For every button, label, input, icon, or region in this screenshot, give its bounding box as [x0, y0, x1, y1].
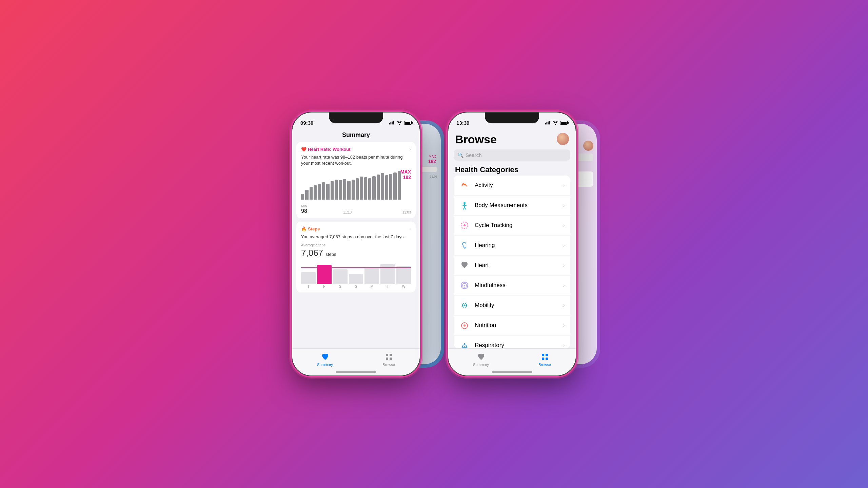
svg-rect-33: [542, 354, 544, 356]
hr-bar: [381, 173, 384, 200]
hr-bars: [301, 169, 411, 200]
chart-footer: MIN 98 11:18 12:03: [301, 204, 411, 214]
heart-cat-svg: [460, 261, 469, 270]
svg-rect-34: [546, 354, 548, 356]
steps-day-label: T: [301, 285, 316, 288]
grid-tab-icon: [385, 353, 393, 361]
heart-rate-card[interactable]: ❤️ Heart Rate: Workout › Your heart rate…: [296, 142, 416, 218]
step-bar: [396, 266, 411, 284]
activity-icon: [459, 180, 470, 191]
mobility-svg: [460, 301, 469, 310]
min-label-area: MIN 98: [301, 204, 307, 214]
category-item-body[interactable]: Body Measurements ›: [454, 196, 570, 216]
category-item-activity[interactable]: Activity ›: [454, 176, 570, 196]
hr-bar: [310, 187, 313, 200]
svg-rect-5: [390, 354, 392, 356]
hr-bar: [356, 178, 359, 200]
left-phone-screen: 09:30: [292, 113, 420, 375]
respiratory-chevron: ›: [563, 342, 565, 349]
cycle-svg: [460, 221, 469, 230]
heart-tab-icon-right: [477, 353, 485, 361]
mindfulness-label: Mindfulness: [475, 282, 563, 289]
avg-line: [301, 267, 411, 268]
right-phone-group: Browse 🔍 Search Health Categories Activi…: [448, 112, 576, 376]
step-bar: [349, 274, 363, 284]
heart-rate-card-header: ❤️ Heart Rate: Workout ›: [301, 146, 411, 152]
categories-title: Health Categories: [448, 163, 576, 176]
hr-bar: [301, 194, 304, 200]
nutrition-icon: [459, 320, 470, 331]
avg-steps-value: 7,067 steps: [301, 248, 411, 258]
steps-day-label: S: [349, 285, 363, 288]
signal-icon: [389, 121, 395, 125]
hr-bar: [352, 180, 355, 200]
body-svg: [460, 201, 469, 210]
steps-card[interactable]: 🔥 Steps › You averaged 7,067 steps a day…: [296, 222, 416, 292]
svg-point-12: [460, 181, 469, 190]
search-bar[interactable]: 🔍 Search: [454, 149, 570, 161]
tab-summary-label-left: Summary: [317, 363, 333, 367]
phone-notch: [329, 113, 383, 123]
mobility-icon: [459, 300, 470, 311]
max-value: 182: [400, 175, 411, 180]
browse-title: Browse: [455, 133, 497, 146]
category-item-mobility[interactable]: Mobility ›: [454, 296, 570, 316]
mobility-chevron: ›: [563, 302, 565, 309]
svg-point-30: [463, 325, 466, 327]
home-indicator-right: [492, 371, 532, 373]
hr-bar: [393, 172, 396, 200]
respiratory-label: Respiratory: [475, 342, 563, 348]
tab-browse-label-left: Browse: [382, 363, 395, 367]
battery-icon: [404, 121, 412, 125]
tab-summary-icon-left: [320, 352, 330, 362]
tab-browse-left[interactable]: Browse: [382, 352, 395, 367]
avg-steps-label: Average Steps: [301, 243, 411, 247]
hearing-svg: [460, 241, 469, 250]
cycle-chevron: ›: [563, 222, 565, 229]
svg-rect-8: [545, 123, 546, 125]
svg-point-32: [466, 347, 468, 348]
hr-bar: [385, 175, 388, 200]
browse-header: Browse: [448, 129, 576, 148]
svg-point-19: [463, 224, 466, 226]
steps-day-label: W: [396, 285, 411, 288]
category-item-respiratory[interactable]: Respiratory ›: [454, 336, 570, 348]
tab-browse-label-right: Browse: [538, 363, 551, 367]
step-bars: [301, 260, 411, 284]
svg-rect-4: [386, 354, 388, 356]
max-label: MAX: [400, 169, 411, 175]
category-item-cycle[interactable]: Cycle Tracking ›: [454, 216, 570, 236]
time-end: 12:03: [402, 210, 411, 214]
hr-bar: [372, 176, 375, 200]
left-phone-shell: 09:30: [292, 112, 420, 376]
tab-summary-right[interactable]: Summary: [473, 352, 489, 367]
categories-list: Activity ›: [454, 176, 570, 348]
hr-bar: [318, 184, 321, 200]
hr-bar: [314, 185, 317, 200]
svg-rect-6: [386, 358, 388, 360]
category-item-hearing[interactable]: Hearing ›: [454, 236, 570, 256]
svg-rect-2: [392, 121, 393, 124]
tab-summary-left[interactable]: Summary: [317, 352, 333, 367]
svg-rect-0: [389, 123, 390, 125]
category-item-nutrition[interactable]: Nutrition ›: [454, 316, 570, 336]
hr-bar: [364, 177, 367, 200]
svg-rect-36: [546, 358, 548, 360]
steps-title: 🔥 Steps: [301, 226, 320, 231]
category-item-heart[interactable]: Heart ›: [454, 256, 570, 276]
nutrition-chevron: ›: [563, 322, 565, 329]
heart-cat-icon: [459, 260, 470, 271]
cycle-icon: [459, 220, 470, 231]
summary-header: Summary: [292, 129, 420, 142]
user-avatar[interactable]: [557, 133, 569, 145]
tab-browse-right[interactable]: Browse: [538, 352, 551, 367]
search-placeholder: Search: [466, 152, 482, 158]
heart-rate-desc: Your heart rate was 98–182 beats per min…: [301, 154, 411, 166]
svg-rect-35: [542, 358, 544, 360]
tab-browse-icon-left: [384, 352, 394, 362]
svg-rect-9: [547, 122, 548, 124]
status-time-left: 09:30: [300, 120, 313, 126]
hr-bar: [331, 181, 334, 200]
category-item-mindfulness[interactable]: Mindfulness ›: [454, 276, 570, 296]
heart-tab-icon: [321, 353, 329, 361]
